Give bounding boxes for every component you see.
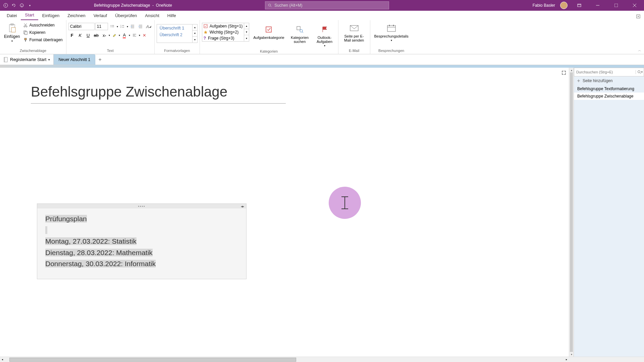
style-more-icon[interactable]: ▾ <box>193 37 197 43</box>
search-tag-icon <box>294 24 305 35</box>
page-item-1[interactable]: Befehlsgruppe Textformatierung <box>574 85 644 93</box>
bold-button[interactable]: F <box>68 32 76 39</box>
page-title[interactable]: Befehlsgruppe Zwischenablage <box>31 84 286 104</box>
delete-button[interactable]: ✕ <box>141 32 148 39</box>
tag-important[interactable]: Wichtig (Strg+2) <box>202 29 244 35</box>
search-input[interactable] <box>274 3 386 8</box>
indent-button[interactable] <box>137 23 144 30</box>
note-drag-handle[interactable]: •••• ◂▸ <box>37 204 246 208</box>
chevron-down-icon[interactable]: ▾ <box>127 25 128 28</box>
user-name[interactable]: Fabio Basler <box>533 3 555 8</box>
scroll-up-icon[interactable]: ▴ <box>569 68 574 72</box>
note-blank[interactable] <box>45 226 47 234</box>
svg-point-2 <box>21 5 21 5</box>
note-container[interactable]: •••• ◂▸ Prüfungsplan Montag, 27.03.2022:… <box>37 203 247 279</box>
ribbon-display-icon[interactable] <box>573 0 586 11</box>
page-item-2[interactable]: Befehlsgruppe Zwischenablage <box>574 93 644 100</box>
chevron-down-icon[interactable]: ▾ <box>119 34 120 37</box>
tab-verlauf[interactable]: Verlauf <box>90 11 111 20</box>
close-icon[interactable] <box>628 0 641 11</box>
tab-ueberpruefen[interactable]: Überprüfen <box>111 11 141 20</box>
highlight-button[interactable] <box>111 32 118 39</box>
scroll-track[interactable] <box>5 357 564 362</box>
maximize-icon[interactable] <box>609 0 623 11</box>
chevron-down-icon[interactable]: ▾ <box>117 25 118 28</box>
italic-button[interactable]: K <box>76 32 84 39</box>
svg-rect-6 <box>578 4 581 7</box>
bottom-scrollbar[interactable]: ◂ ▸ <box>0 357 644 362</box>
avatar[interactable] <box>560 2 568 9</box>
note-line3[interactable]: Donnerstag, 30.03.2022: Informatik <box>45 260 156 267</box>
outlook-tasks-button[interactable]: Outlook-Aufgaben ▾ <box>313 23 336 49</box>
style-heading2[interactable]: Überschrift 2 <box>157 32 192 38</box>
collapse-ribbon-icon[interactable]: ︿ <box>638 48 641 53</box>
style-up-icon[interactable]: ▴ <box>193 24 197 31</box>
note-content[interactable]: Prüfungsplan Montag, 27.03.2022: Statist… <box>37 208 246 279</box>
align-button[interactable] <box>131 32 138 39</box>
canvas[interactable]: Befehlsgruppe Zwischenablage •••• ◂▸ Prü… <box>0 68 569 357</box>
strikethrough-button[interactable]: ab <box>93 32 100 39</box>
format-painter-button[interactable]: Format übertragen <box>22 36 64 44</box>
note-heading[interactable]: Prüfungsplan <box>45 215 87 223</box>
scroll-left-icon[interactable]: ◂ <box>0 357 5 362</box>
styles-gallery[interactable]: Überschrift 1 Überschrift 2 ▴ ▾ ▾ <box>157 24 198 43</box>
meeting-details-button[interactable]: Besprechungsdetails ▾ <box>372 21 411 43</box>
scroll-right-icon[interactable]: ▸ <box>564 357 569 362</box>
search-pages[interactable]: ▾ <box>574 68 644 76</box>
tag-more-icon[interactable]: ▾ <box>244 35 249 41</box>
back-icon[interactable] <box>3 3 8 8</box>
chevron-down-icon[interactable]: ▾ <box>109 34 110 37</box>
tab-hilfe[interactable]: Hilfe <box>163 11 180 20</box>
numbering-button[interactable]: 12 <box>119 23 126 30</box>
tag-todo[interactable]: Aufgaben (Strg+1) <box>202 23 244 29</box>
copy-label: Kopieren <box>29 30 45 35</box>
font-name-select[interactable] <box>68 23 95 30</box>
tab-datei[interactable]: Datei <box>3 11 21 20</box>
minimize-icon[interactable] <box>591 0 604 11</box>
tag-up-icon[interactable]: ▴ <box>244 23 249 29</box>
note-line1[interactable]: Montag, 27.03.2022: Statistik <box>45 237 137 245</box>
svg-point-0 <box>4 3 8 7</box>
note-resize-icon[interactable]: ◂▸ <box>241 204 244 208</box>
tab-zeichnen[interactable]: Zeichnen <box>63 11 89 20</box>
search-pages-button[interactable]: ▾ <box>636 70 644 74</box>
add-section-button[interactable]: + <box>95 54 105 65</box>
find-tags-button[interactable]: Kategorien suchen <box>288 23 311 45</box>
task-category-button[interactable]: Aufgabenkategorie <box>251 23 286 41</box>
expand-icon[interactable] <box>561 70 566 75</box>
scroll-thumb[interactable] <box>9 358 296 362</box>
notebook-selector[interactable]: Registerkarte Start ▾ <box>0 54 54 65</box>
style-down-icon[interactable]: ▾ <box>193 31 197 37</box>
chevron-down-icon[interactable]: ▾ <box>139 34 140 37</box>
cut-button[interactable]: Ausschneiden <box>22 21 64 29</box>
canvas-scrollbar[interactable]: ▴ ▾ <box>569 68 574 357</box>
scroll-down-icon[interactable]: ▾ <box>569 352 574 357</box>
share-icon[interactable] <box>633 13 644 20</box>
touch-icon[interactable] <box>19 3 24 8</box>
underline-button[interactable]: U <box>85 32 92 39</box>
bullets-button[interactable] <box>109 23 116 30</box>
tab-start[interactable]: Start <box>21 10 38 20</box>
copy-button[interactable]: Kopieren <box>22 29 64 36</box>
qat-dropdown-icon[interactable]: ▾ <box>28 3 32 8</box>
tab-einfuegen[interactable]: Einfügen <box>38 11 63 20</box>
tag-down-icon[interactable]: ▾ <box>244 29 249 35</box>
undo-icon[interactable] <box>11 3 16 8</box>
tab-ansicht[interactable]: Ansicht <box>141 11 163 20</box>
paste-button[interactable]: Einfügen ▾ <box>2 21 22 44</box>
search-box[interactable] <box>265 1 389 9</box>
style-heading1[interactable]: Überschrift 1 <box>157 24 192 32</box>
outdent-button[interactable] <box>129 23 136 30</box>
subscript-button[interactable]: x₂ <box>101 32 108 39</box>
tags-gallery[interactable]: Aufgaben (Strg+1) Wichtig (Strg+2) ?Frag… <box>202 23 249 42</box>
chevron-down-icon[interactable]: ▾ <box>129 34 130 37</box>
add-page-button[interactable]: Seite hinzufügen <box>574 76 644 85</box>
email-page-button[interactable]: Seite per E-Mail senden <box>340 21 368 44</box>
section-tab[interactable]: Neuer Abschnitt 1 <box>54 54 95 65</box>
note-line2[interactable]: Dienstag, 28.03.2022: Mathematik <box>45 249 153 256</box>
search-pages-input[interactable] <box>574 70 636 74</box>
clear-format-button[interactable]: A◢ <box>145 23 152 30</box>
tag-question[interactable]: ?Frage (Strg+3) <box>202 35 244 41</box>
font-color-button[interactable]: A <box>121 32 128 39</box>
font-size-select[interactable] <box>95 23 108 30</box>
